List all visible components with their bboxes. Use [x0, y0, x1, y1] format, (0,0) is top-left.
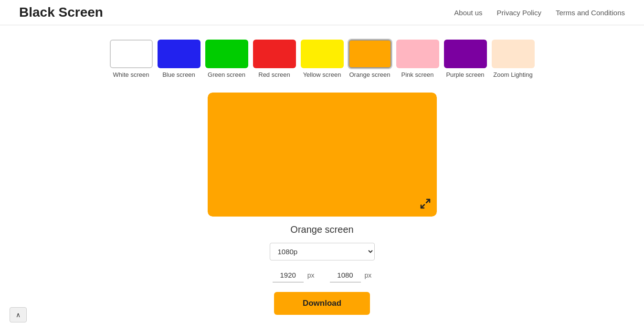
swatch-label-pink: Pink screen — [401, 71, 434, 78]
swatch-item-zoom[interactable]: Zoom Lighting — [492, 40, 535, 78]
nav-privacy[interactable]: Privacy Policy — [497, 9, 541, 17]
swatch-item-green[interactable]: Green screen — [205, 40, 248, 78]
swatch-color-red — [253, 40, 296, 68]
width-px-label: px — [307, 271, 315, 279]
swatch-label-yellow: Yellow screen — [303, 71, 341, 78]
swatch-color-blue — [158, 40, 201, 68]
swatch-label-purple: Purple screen — [446, 71, 484, 78]
swatch-item-pink[interactable]: Pink screen — [396, 40, 439, 78]
swatch-color-white — [110, 40, 153, 68]
resolution-select[interactable]: 1080p 720p 480p 360p Custom — [270, 243, 375, 260]
swatch-color-pink — [396, 40, 439, 68]
preview-canvas-wrapper — [208, 93, 437, 217]
width-input[interactable] — [273, 268, 304, 282]
preview-title: Orange screen — [290, 224, 353, 235]
swatch-color-orange — [348, 40, 391, 68]
preview-section: Orange screen 1080p 720p 480p 360p Custo… — [0, 88, 644, 324]
swatch-item-white[interactable]: White screen — [110, 40, 153, 78]
height-px-label: px — [365, 271, 372, 279]
swatch-color-zoom — [492, 40, 535, 68]
swatch-label-white: White screen — [113, 71, 149, 78]
height-input[interactable] — [330, 268, 361, 282]
swatches-container: White screenBlue screenGreen screenRed s… — [0, 25, 644, 88]
preview-canvas — [208, 93, 437, 217]
swatch-label-blue: Blue screen — [162, 71, 195, 78]
swatch-label-red: Red screen — [258, 71, 290, 78]
scroll-to-top[interactable]: ∧ — [10, 307, 27, 322]
download-button[interactable]: Download — [274, 292, 370, 315]
swatch-color-purple — [444, 40, 487, 68]
swatch-label-green: Green screen — [208, 71, 245, 78]
main-nav: About us Privacy Policy Terms and Condit… — [454, 9, 625, 17]
swatch-item-orange[interactable]: Orange screen — [348, 40, 391, 78]
nav-terms[interactable]: Terms and Conditions — [556, 9, 625, 17]
site-title: Black Screen — [19, 5, 103, 20]
dimensions-row: px px — [273, 268, 372, 282]
swatch-label-orange: Orange screen — [349, 71, 391, 78]
swatch-color-yellow — [301, 40, 344, 68]
swatch-color-green — [205, 40, 248, 68]
swatch-item-purple[interactable]: Purple screen — [444, 40, 487, 78]
fullscreen-icon[interactable] — [420, 198, 431, 211]
swatch-item-blue[interactable]: Blue screen — [158, 40, 201, 78]
nav-about[interactable]: About us — [454, 9, 482, 17]
swatch-item-yellow[interactable]: Yellow screen — [301, 40, 344, 78]
swatch-label-zoom: Zoom Lighting — [493, 71, 532, 78]
swatch-item-red[interactable]: Red screen — [253, 40, 296, 78]
